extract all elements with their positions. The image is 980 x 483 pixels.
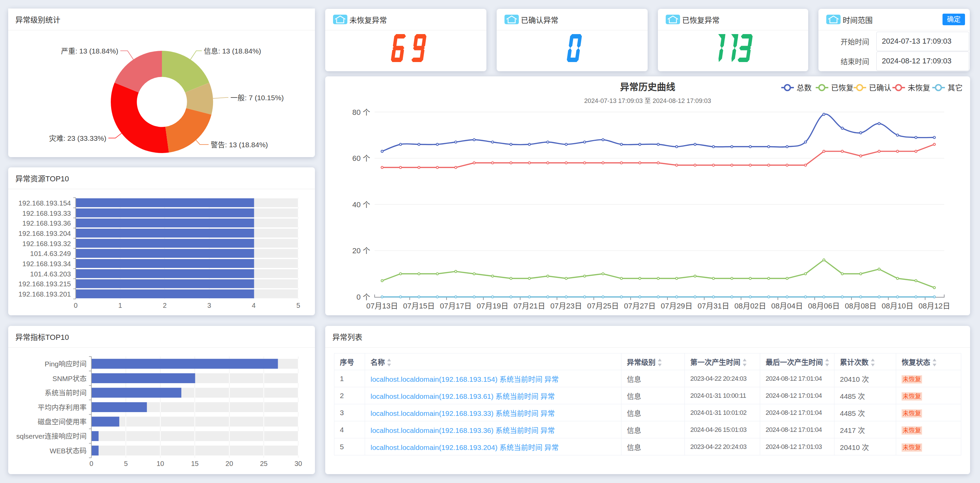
svg-text:已恢复: 已恢复 (831, 84, 854, 92)
svg-text:4: 4 (252, 302, 256, 309)
svg-text:3: 3 (207, 302, 211, 309)
svg-text:Ping响应时间: Ping响应时间 (45, 360, 87, 368)
svg-text:严重: 13 (18.84%): 严重: 13 (18.84%) (61, 47, 118, 55)
svg-text:平均内存利用率: 平均内存利用率 (38, 404, 87, 412)
svg-text:WEB状态码: WEB状态码 (50, 447, 87, 455)
svg-text:10: 10 (156, 460, 164, 467)
svg-text:信息: 13 (18.84%): 信息: 13 (18.84%) (204, 47, 261, 55)
svg-text:2024-07-13 17:09:03 至 2024-08-: 2024-07-13 17:09:03 至 2024-08-12 17:09:0… (584, 97, 711, 104)
svg-text:60 个: 60 个 (352, 154, 370, 163)
svg-text:异常历史曲线: 异常历史曲线 (620, 82, 675, 92)
svg-text:192.168.193.34: 192.168.193.34 (22, 260, 71, 268)
svg-text:磁盘空间使用率: 磁盘空间使用率 (38, 418, 87, 426)
svg-text:07月19日: 07月19日 (477, 302, 509, 310)
svg-text:0 个: 0 个 (356, 293, 370, 301)
svg-text:灾难: 23 (33.33%): 灾难: 23 (33.33%) (49, 134, 107, 142)
svg-text:20 个: 20 个 (352, 246, 370, 255)
svg-text:08月08日: 08月08日 (845, 302, 877, 310)
svg-text:1: 1 (118, 302, 122, 309)
svg-text:08月04日: 08月04日 (772, 302, 803, 310)
svg-text:08月12日: 08月12日 (919, 302, 950, 310)
svg-text:40 个: 40 个 (352, 200, 370, 209)
svg-text:07月17日: 07月17日 (440, 302, 472, 310)
svg-text:15: 15 (191, 460, 198, 467)
svg-text:192.168.193.36: 192.168.193.36 (22, 219, 71, 227)
svg-text:192.168.193.154: 192.168.193.154 (18, 199, 71, 207)
svg-text:80 个: 80 个 (352, 108, 370, 117)
svg-text:5: 5 (296, 302, 300, 309)
svg-text:SNMP状态: SNMP状态 (52, 375, 87, 383)
svg-text:07月23日: 07月23日 (550, 302, 582, 310)
svg-text:08月06日: 08月06日 (808, 302, 840, 310)
svg-text:5: 5 (124, 460, 128, 467)
svg-text:30: 30 (294, 460, 302, 467)
svg-text:未恢复: 未恢复 (908, 84, 930, 92)
svg-text:一般: 7 (10.15%): 一般: 7 (10.15%) (231, 94, 283, 102)
svg-text:08月10日: 08月10日 (882, 302, 913, 310)
svg-text:07月31日: 07月31日 (698, 302, 729, 310)
svg-text:07月13日: 07月13日 (366, 302, 398, 310)
svg-text:系统当前时间: 系统当前时间 (45, 389, 87, 397)
svg-text:其它: 其它 (948, 84, 963, 92)
svg-text:已确认: 已确认 (869, 84, 891, 92)
svg-text:2: 2 (163, 302, 167, 309)
svg-text:20: 20 (226, 460, 233, 467)
svg-text:警告: 13 (18.84%): 警告: 13 (18.84%) (211, 141, 268, 149)
svg-text:07月15日: 07月15日 (403, 302, 435, 310)
svg-text:192.168.193.215: 192.168.193.215 (18, 280, 71, 288)
svg-text:101.4.63.249: 101.4.63.249 (30, 249, 71, 257)
svg-text:07月21日: 07月21日 (514, 302, 546, 310)
svg-text:08月02日: 08月02日 (735, 302, 766, 310)
svg-text:sqlserver连接响应时间: sqlserver连接响应时间 (16, 432, 87, 440)
svg-text:192.168.193.33: 192.168.193.33 (22, 209, 71, 217)
svg-text:总数: 总数 (797, 84, 811, 92)
svg-text:192.168.193.204: 192.168.193.204 (18, 229, 71, 237)
svg-text:07月27日: 07月27日 (624, 302, 656, 310)
svg-text:07月25日: 07月25日 (587, 302, 619, 310)
svg-text:101.4.63.203: 101.4.63.203 (30, 270, 71, 278)
svg-text:07月29日: 07月29日 (661, 302, 693, 310)
svg-text:0: 0 (89, 460, 93, 467)
svg-text:192.168.193.32: 192.168.193.32 (22, 240, 71, 248)
svg-text:0: 0 (74, 302, 77, 309)
svg-text:192.168.193.201: 192.168.193.201 (18, 290, 71, 298)
svg-text:25: 25 (260, 460, 267, 467)
